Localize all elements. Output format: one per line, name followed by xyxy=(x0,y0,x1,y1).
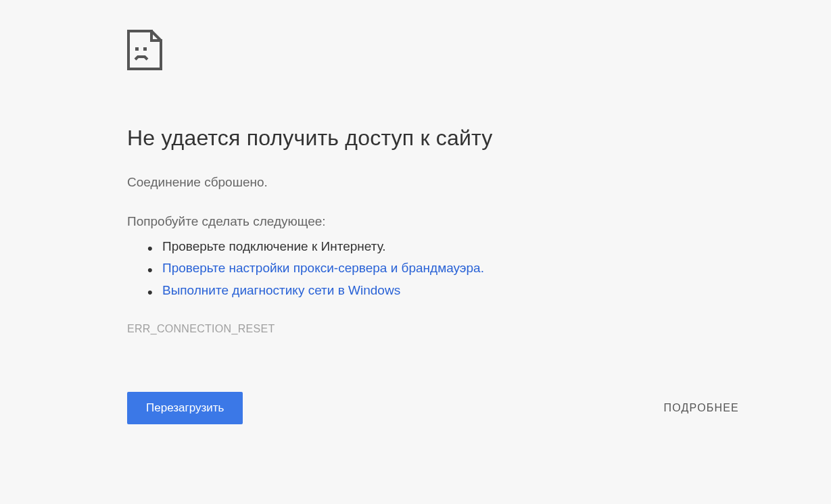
button-row: Перезагрузить ПОДРОБНЕЕ xyxy=(127,392,739,424)
proxy-firewall-link[interactable]: Проверьте настройки прокси-сервера и бра… xyxy=(162,261,484,275)
sad-document-icon xyxy=(127,30,736,73)
windows-diagnostics-link[interactable]: Выполните диагностику сети в Windows xyxy=(162,283,400,297)
error-message: Соединение сброшено. xyxy=(127,175,736,190)
list-item: Выполните диагностику сети в Windows xyxy=(162,280,736,301)
reload-button[interactable]: Перезагрузить xyxy=(127,392,243,424)
list-item: Проверьте подключение к Интернету. xyxy=(162,236,736,257)
error-heading: Не удается получить доступ к сайту xyxy=(127,126,736,151)
details-button[interactable]: ПОДРОБНЕЕ xyxy=(664,402,739,414)
list-item: Проверьте настройки прокси-сервера и бра… xyxy=(162,257,736,279)
suggestions-intro: Попробуйте сделать следующее: xyxy=(127,214,736,229)
error-page-container: Не удается получить доступ к сайту Соеди… xyxy=(0,0,831,424)
suggestions-list: Проверьте подключение к Интернету. Прове… xyxy=(127,236,736,301)
suggestion-text: Проверьте подключение к Интернету. xyxy=(162,239,386,253)
svg-rect-1 xyxy=(143,47,147,51)
error-code: ERR_CONNECTION_RESET xyxy=(127,323,736,335)
svg-rect-0 xyxy=(135,47,139,51)
